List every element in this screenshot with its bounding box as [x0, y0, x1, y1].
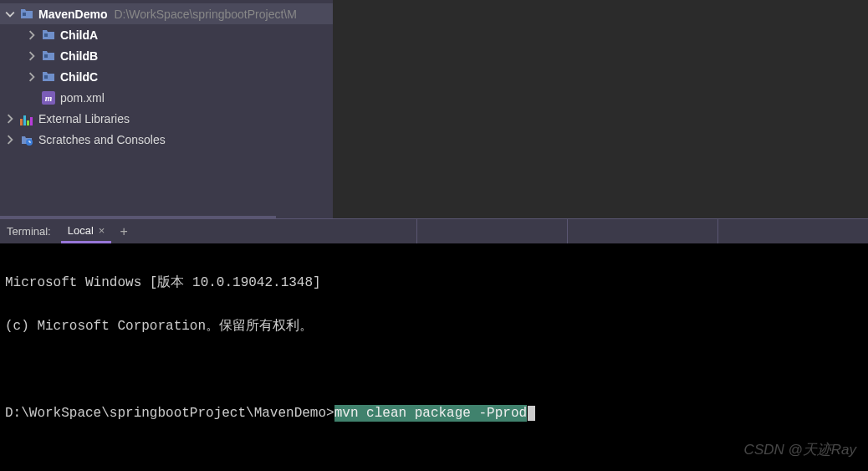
tree-child-row[interactable]: ChildA [0, 24, 333, 45]
close-icon[interactable]: × [99, 224, 105, 237]
editor-area [333, 0, 868, 218]
svg-rect-1 [44, 33, 48, 37]
tree-item-label: ChildC [60, 70, 98, 84]
chevron-right-icon[interactable] [27, 72, 37, 82]
tree-libs-row[interactable]: External Libraries [0, 108, 333, 129]
tree-pom-row[interactable]: m pom.xml [0, 87, 333, 108]
project-tree-panel: MavenDemo D:\WorkSpace\springbootProject… [0, 0, 333, 218]
terminal-body[interactable]: Microsoft Windows [版本 10.0.19042.1348] (… [0, 243, 868, 471]
folder-icon [42, 28, 55, 42]
terminal-label: Terminal: [0, 225, 61, 238]
folder-icon [42, 70, 55, 84]
chevron-down-icon[interactable] [5, 9, 15, 19]
cursor [528, 406, 535, 421]
tree-scratches-row[interactable]: Scratches and Consoles [0, 129, 333, 150]
terminal-tab-local[interactable]: Local × [61, 219, 112, 243]
terminal-prompt: D:\WorkSpace\springbootProject\MavenDemo… [5, 406, 334, 421]
tree-item-label: Scratches and Consoles [38, 133, 166, 146]
tree-child-row[interactable]: ChildB [0, 45, 333, 66]
scratch-icon [20, 133, 33, 146]
tab-dividers [416, 219, 868, 243]
tree-item-label: ChildA [60, 28, 98, 42]
chevron-right-icon[interactable] [27, 51, 37, 61]
chevron-right-icon[interactable] [5, 114, 15, 124]
svg-rect-0 [23, 13, 26, 16]
maven-icon: m [42, 91, 55, 105]
terminal-command: mvn clean package -Pprod [334, 405, 527, 422]
tree-root-path: D:\WorkSpace\springbootProject\M [114, 8, 296, 21]
terminal-line: Microsoft Windows [版本 10.0.19042.1348] [5, 272, 863, 294]
svg-rect-2 [44, 54, 48, 58]
tree-root-row[interactable]: MavenDemo D:\WorkSpace\springbootProject… [0, 3, 333, 24]
terminal-line: (c) Microsoft Corporation。保留所有权利。 [5, 315, 863, 337]
add-tab-button[interactable]: + [111, 224, 135, 239]
library-icon [20, 112, 33, 125]
terminal-tabs-bar: Terminal: Local × + [0, 218, 868, 243]
tab-label: Local [68, 224, 94, 237]
tree-root-label: MavenDemo [38, 8, 107, 21]
chevron-right-icon[interactable] [27, 30, 37, 40]
tree-item-label: pom.xml [60, 91, 105, 105]
folder-icon [20, 8, 33, 21]
svg-rect-3 [44, 75, 48, 79]
folder-icon [42, 49, 55, 63]
tree-item-label: ChildB [60, 49, 98, 63]
terminal-prompt-line: D:\WorkSpace\springbootProject\MavenDemo… [5, 402, 863, 424]
chevron-right-icon[interactable] [5, 135, 15, 145]
terminal-line [5, 359, 863, 381]
tree-item-label: External Libraries [38, 112, 130, 125]
tree-child-row[interactable]: ChildC [0, 66, 333, 87]
